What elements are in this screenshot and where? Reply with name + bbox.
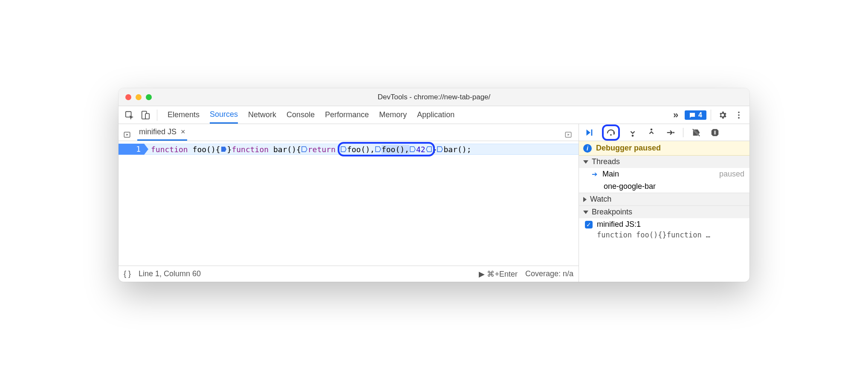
pause-on-exceptions-button[interactable] [709, 127, 721, 139]
editor-statusbar: { } Line 1, Column 60 ▶ ⌘+Enter Coverage… [119, 266, 579, 282]
step-out-button[interactable] [645, 127, 657, 139]
svg-point-3 [738, 111, 740, 113]
close-file-icon[interactable]: × [181, 127, 185, 136]
svg-marker-15 [426, 147, 431, 152]
watch-section: Watch [579, 193, 749, 206]
tab-performance[interactable]: Performance [325, 106, 369, 124]
thread-other[interactable]: one-google-bar [579, 180, 749, 193]
device-toolbar-icon[interactable] [138, 108, 153, 122]
code-editor[interactable]: 1 function foo(){ } function bar(){ retu… [119, 141, 579, 266]
column-marker-icon[interactable] [410, 146, 416, 152]
token-number: 42 [416, 145, 425, 154]
column-marker-icon[interactable] [301, 146, 307, 152]
window-title: DevTools - chrome://new-tab-page/ [119, 93, 749, 101]
code-content: function foo(){ } function bar(){ return… [144, 145, 472, 154]
current-thread-icon: ➔ [592, 170, 597, 178]
svg-marker-10 [221, 147, 226, 152]
svg-rect-17 [591, 129, 593, 136]
token-identifier: bar [273, 145, 287, 154]
breakpoints-section: Breakpoints ✓ minified JS:1 function foo… [579, 206, 749, 241]
token-keyword: function [231, 145, 269, 154]
svg-point-4 [738, 114, 740, 116]
run-snippet-icon[interactable] [562, 129, 574, 141]
navigator-toggle-icon[interactable] [121, 129, 133, 141]
tab-network[interactable]: Network [248, 106, 276, 124]
debugger-toolbar [579, 124, 749, 141]
svg-marker-12 [341, 147, 346, 152]
deactivate-breakpoints-button[interactable] [690, 127, 702, 139]
kebab-menu-icon[interactable] [732, 108, 746, 122]
svg-rect-25 [715, 130, 715, 134]
svg-point-18 [610, 134, 612, 136]
editor-pane: minified JS × 1 function foo(){ } functi… [119, 124, 579, 282]
token-keyword: return [308, 145, 336, 154]
debugger-pane: i Debugger paused Threads ➔ Main paused … [579, 124, 749, 282]
svg-marker-9 [568, 134, 570, 136]
resume-button[interactable] [583, 127, 595, 139]
settings-gear-icon[interactable] [715, 108, 730, 122]
token-identifier: foo [193, 145, 207, 154]
breakpoint-checkbox[interactable]: ✓ [585, 221, 593, 228]
window-close-button[interactable] [125, 94, 131, 100]
svg-marker-7 [127, 134, 129, 136]
token-call: bar(); [443, 145, 471, 154]
window-controls [119, 94, 152, 100]
svg-marker-11 [302, 147, 307, 152]
column-marker-icon[interactable] [437, 146, 443, 152]
breakpoint-label: minified JS:1 [597, 220, 641, 229]
breakpoint-code: function foo(){}function … [585, 231, 710, 239]
devtools-toolbar: Elements Sources Network Console Perform… [119, 106, 749, 124]
svg-rect-2 [145, 113, 149, 119]
column-marker-icon[interactable] [375, 146, 381, 152]
devtools-window: DevTools - chrome://new-tab-page/ Elemen… [119, 88, 749, 282]
file-tab-name: minified JS [139, 127, 176, 136]
issues-badge[interactable]: 4 [685, 110, 706, 120]
separator [157, 110, 157, 121]
more-tabs-icon[interactable]: » [668, 108, 683, 122]
panel-tabs: Elements Sources Network Console Perform… [162, 106, 667, 124]
column-marker-end-icon[interactable] [426, 146, 432, 152]
line-number[interactable]: 1 [119, 144, 144, 155]
svg-marker-16 [437, 147, 443, 152]
tab-memory[interactable]: Memory [379, 106, 407, 124]
window-zoom-button[interactable] [146, 94, 152, 100]
inspect-element-icon[interactable] [122, 108, 136, 122]
token-keyword: function [151, 145, 188, 154]
step-into-button[interactable] [627, 127, 639, 139]
threads-header[interactable]: Threads [579, 156, 749, 168]
sources-main: minified JS × 1 function foo(){ } functi… [119, 124, 749, 282]
info-icon: i [583, 144, 592, 153]
svg-point-19 [632, 135, 634, 137]
svg-marker-14 [410, 147, 415, 152]
highlight-annotation [602, 124, 620, 141]
run-hint: ▶ ⌘+Enter [479, 269, 518, 279]
separator [683, 128, 683, 137]
svg-point-21 [673, 132, 674, 133]
coverage-status: Coverage: n/a [525, 269, 573, 278]
tab-console[interactable]: Console [286, 106, 315, 124]
tab-application[interactable]: Application [417, 106, 454, 124]
file-tab-minified-js[interactable]: minified JS × [137, 124, 187, 141]
step-button[interactable] [664, 127, 676, 139]
tab-elements[interactable]: Elements [168, 106, 200, 124]
svg-point-5 [738, 117, 740, 119]
column-marker-icon[interactable] [341, 146, 347, 152]
tab-sources[interactable]: Sources [210, 106, 238, 124]
threads-section: Threads ➔ Main paused one-google-bar [579, 156, 749, 193]
titlebar: DevTools - chrome://new-tab-page/ [119, 88, 749, 106]
watch-header[interactable]: Watch [579, 193, 749, 205]
thread-main[interactable]: ➔ Main paused [579, 168, 749, 180]
column-marker-icon[interactable] [221, 146, 227, 152]
banner-text: Debugger paused [596, 144, 661, 153]
file-tabbar: minified JS × [119, 124, 579, 141]
window-minimize-button[interactable] [136, 94, 142, 100]
separator [711, 110, 711, 121]
step-over-button[interactable] [605, 127, 617, 139]
issues-count: 4 [698, 111, 702, 119]
cursor-position: Line 1, Column 60 [139, 269, 201, 278]
pretty-print-icon[interactable]: { } [124, 269, 131, 278]
token-call: foo(), [382, 145, 409, 154]
svg-marker-13 [376, 147, 381, 152]
breakpoint-item[interactable]: ✓ minified JS:1 function foo(){}function… [579, 218, 749, 241]
breakpoints-header[interactable]: Breakpoints [579, 206, 749, 218]
